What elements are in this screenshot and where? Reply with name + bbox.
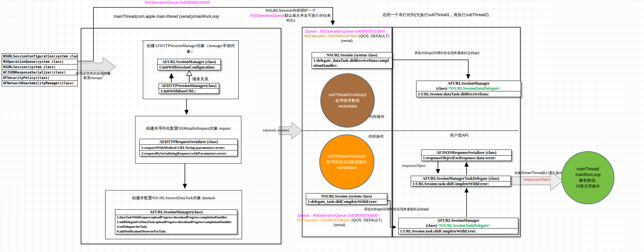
afhttprequestserializer-class-box: AFHTTPRequestSerializer (class) 1:reques… [139, 139, 238, 156]
method-row: 2:requestBySerializingRequest:withParame… [140, 150, 237, 156]
subthread1-receive-circle: subThread1/runloop1 处理接受数据 recivedata [320, 73, 375, 128]
method-row: 2:addDelegateForDataTask:uploadProgress:… [115, 220, 237, 224]
list-item: AFNetworkReachabilityManager(class) [2, 81, 77, 86]
queue-footer-line1: Queue : NSOperationQueue 0x608000233d00 … [298, 213, 381, 217]
nsurlsession-complete-box: NSURLSession (system class) 1:delegate_t… [306, 193, 387, 205]
list-item: AFJSONResponseSerializer(class) [2, 70, 77, 75]
datatask-resume-label: [datatask resume] [263, 128, 289, 132]
circle-line: 处理接收完成数据操作 [327, 159, 367, 165]
list-item: NSOperationQueue(system class) [2, 59, 77, 65]
circle-line: UI展示等操作 [576, 183, 600, 189]
mainthread-result-circle: mainThread/ mainRunLoop 解析数据, UI展示等操作 [561, 151, 614, 204]
circle-line: recivedata [338, 103, 357, 109]
class-header-protocol: (class)<NSURLSessionTaskDelegate> [399, 223, 518, 228]
step3-title: 创建并配置NSURLSessionDataTask对象 datatask [106, 195, 242, 201]
list-item: NSURLSession(system class) [2, 65, 77, 70]
response-object-label: responseObject [402, 164, 426, 168]
task-delegate-impl-box: AFURLSessionManager (class)<NSURLSession… [398, 218, 518, 234]
list-item: AFSecurityPolicy(class) [2, 75, 77, 81]
method-row: 1:initWithSessionConfiguration: [158, 65, 220, 70]
afurlsessionmanager-class-box: AFURLSessionManager (class) 1:initWithSe… [157, 59, 221, 70]
method-row: 1:requestWithMethod:URLString:parameters… [140, 144, 237, 150]
circle-line: completion [337, 165, 357, 171]
queue-header-top: Queue : NSOperationQueue 0x608000233d00 … [302, 29, 392, 43]
protocol-name: <NSURLSessionDataDelegate> [447, 86, 501, 91]
class-header: AFURLSessionManagerTaskDelegate (class) [411, 176, 511, 181]
method-row: 1:delegate_task:didCompleteWithError: [306, 199, 387, 204]
method-row: 1:URLSession:task:didCompleteWithError: [411, 181, 511, 186]
task-delegate-box: AFURLSessionManagerTaskDelegate (class) … [411, 176, 511, 186]
circle-line: subThread1/runloop1 [328, 92, 367, 98]
method-row: 1:dataTaskWithRequest:uploadProgress:dow… [115, 215, 237, 220]
method-row: 1:responseObjectForResponse:data:error: [421, 155, 511, 161]
class-header-protocol: (class)<NSURLSessionDataDelegate> [416, 86, 521, 91]
method-row: 1:URLSession:dataTask:didReceiveData: [416, 91, 521, 97]
json-serializer-box: AFJSONResponseSerializer (class) 1:respo… [421, 150, 512, 161]
list-item: NSURLSessionConfiguration(system class) [2, 54, 77, 59]
session-note-magenta: NSOperationQueue [250, 13, 284, 17]
method-row: 1:URLSession:task:didCompleteWithError: [399, 228, 518, 234]
session-note-rest: 默认最大并发可执行的任务书为1 [285, 13, 331, 23]
method-row: 4:addNotificationObserverForTask: [115, 229, 237, 234]
api-note-top: 系统内部api(回调外部实现类遵循协议的api) [414, 51, 479, 55]
circle-line: subThread1/runloop1 [328, 154, 366, 159]
circle-line: 处理接受数据 [335, 98, 360, 103]
subthread1-completion-circle: subThread1/runloop1 处理接收完成数据操作 completio… [319, 134, 374, 190]
method-row: 1:delegate_dataTask:didReceiveData:compl… [312, 58, 392, 68]
class-header: AFURLSessionManager [399, 218, 518, 223]
session-queue-note: NSURLSession内部维护一个 NSOperationQueue默认最大并… [249, 8, 333, 23]
class-header: NSURLSession (system class) [306, 194, 387, 199]
internal-op-label-1: 内部操作 [369, 114, 385, 119]
use-classes-label: 使用这些类的实例对象配置manager [75, 71, 111, 80]
afhttpsessionmanager-class-box: AFHTTPSessionManager(class) 1:initWithBa… [159, 83, 219, 94]
inherit-label: 继承关系 [192, 76, 208, 82]
queue-header-serial: (serial) [341, 39, 353, 43]
switch-mainthread-label: 切换到mainThread执行其它操作 [514, 171, 562, 175]
queue-header-line1: Queue : NSOperationQueue 0x608000233d00 … [305, 29, 388, 33]
queue-footer-addr: NSOperation 0x60800024bbe0 [297, 218, 351, 222]
api-note-bottom: 系统内部api(回调外部实现类遵循协议的api) [364, 207, 429, 212]
user-api-label: 用户层API [450, 133, 468, 138]
class-header: NSURLSession (system class) [312, 52, 392, 58]
class-suffix: (class) [436, 86, 447, 91]
system-class-list: NSURLSessionConfiguration(system class) … [2, 53, 78, 86]
user-api-container [392, 27, 521, 237]
method-row: 1:initWithBaseURL: [159, 88, 219, 93]
queue-header-qos: (QOS: DEFAULT) [358, 34, 389, 38]
protocol-name: <NSURLSessionTaskDelegate> [437, 223, 491, 228]
queue-footer-qos: (QOS: DEFAULT) [350, 218, 382, 222]
top-queue-address-label: NSOperationQueue 0x608000233d00 [145, 0, 210, 4]
class-header: AFURLSessionManager (class) [158, 59, 220, 65]
circle-line: 解析数据, [579, 178, 596, 183]
nsurlsession-receive-box: NSURLSession (system class) 1:delegate_d… [312, 52, 392, 69]
class-header: AFHTTPSessionManager(class) [159, 83, 219, 88]
diagram-canvas: { "colors": { "magenta": "#ff00ff", "add… [0, 0, 644, 252]
response-object-red-label: responseObject [524, 177, 551, 181]
class-header: AFURLSessionManager(class) [115, 210, 237, 215]
class-header: AFURLSessionManager [416, 81, 521, 86]
mainthread-title: mainThread(com.apple.main-thread (serial… [94, 14, 239, 19]
data-delegate-box: AFURLSessionManager (class)<NSURLSession… [416, 81, 521, 97]
class-suffix: (class) [426, 223, 437, 228]
step2-title: 创建并序列化配置NSMutableRequest对象 request [135, 126, 241, 131]
serial-order-note: 在同一个串行对列(先执行subThread1，再执行subThread2) [383, 12, 489, 18]
step1-title: 创建AFHTTPSessionManager对象（manager单例对象） [143, 43, 238, 54]
queue-footer-serial: (serial) [333, 223, 345, 227]
circle-line: mainThread/ [576, 166, 599, 172]
queue-header-addr: NSOperation 0x6000002476b0 [304, 34, 358, 38]
class-header: AFHTTPRequestSerializer (class) [140, 139, 237, 144]
circle-line: mainRunLoop [575, 172, 601, 178]
queue-header-bottom: Queue : NSOperationQueue 0x608000233d00 … [292, 213, 387, 227]
session-note-line1: NSURLSession内部维护一个 [266, 8, 316, 12]
afurlsessionmanager-task-class-box: AFURLSessionManager(class) 1:dataTaskWit… [115, 209, 237, 234]
method-row: 3:setDelegate:forTask: [115, 224, 237, 229]
class-header: AFJSONResponseSerializer (class) [421, 150, 511, 155]
internal-op-label-2: 内部操作 [368, 134, 384, 139]
